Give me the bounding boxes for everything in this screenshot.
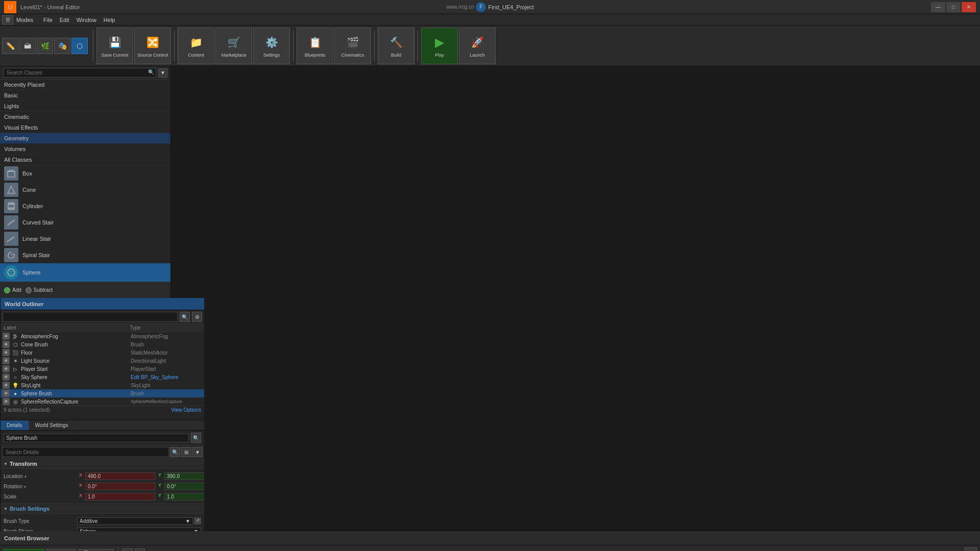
content-button[interactable]: 📁 Content (178, 28, 214, 64)
cinematics-icon: 🎬 (345, 34, 361, 51)
visibility-icon[interactable]: 👁 (3, 373, 10, 381)
marketplace-button[interactable]: 🛒 Marketplace (215, 28, 252, 64)
table-row[interactable]: 👁 🌫 AtmosphericFog AtmosphericFog (1, 332, 204, 340)
file-menu[interactable]: File (40, 17, 56, 23)
rotation-x-input[interactable] (85, 483, 155, 490)
mode-btn-4[interactable]: 🎭 (54, 38, 70, 54)
sidebar-item-recently-placed[interactable]: Recently Placed (0, 80, 170, 90)
geometry-assets-list: Box Cone Cylinder Curved Stair (0, 165, 170, 282)
settings-icon: ⚙️ (263, 34, 280, 51)
visibility-icon[interactable]: 👁 (3, 349, 10, 356)
browse-button[interactable]: 🔍 (191, 433, 201, 443)
tab-world-settings[interactable]: World Settings (29, 420, 75, 430)
svg-marker-1 (8, 170, 15, 171)
play-button[interactable]: ▶ Play (421, 28, 458, 64)
actor-name-input[interactable] (4, 434, 189, 442)
list-item[interactable]: Box (0, 165, 170, 182)
help-menu[interactable]: Help (101, 17, 118, 23)
details-grid-button[interactable]: ⊞ (181, 447, 191, 457)
rotation-y-input[interactable] (164, 483, 204, 490)
table-row[interactable]: 👁 ☀ Light Source DirectionalLight (1, 357, 204, 365)
outliner-search-button[interactable]: 🔍 (180, 312, 190, 322)
search-classes-input[interactable] (3, 68, 156, 78)
visibility-icon[interactable]: 👁 (3, 357, 10, 364)
window-menu[interactable]: Window (74, 17, 100, 23)
search-details-button[interactable]: 🔍 (170, 447, 180, 457)
search-details-input[interactable] (2, 447, 169, 457)
transform-arrow: ▼ (4, 462, 8, 466)
mode-btn-1[interactable]: ✏️ (2, 38, 18, 54)
list-item[interactable]: Cone (0, 182, 170, 198)
outliner-settings-button[interactable]: ⚙ (192, 312, 202, 322)
transform-section-header[interactable]: ▼ Transform (1, 459, 204, 469)
table-row[interactable]: 👁 💡 SkyLight SkyLight (1, 381, 204, 389)
list-item[interactable]: Sphere (0, 263, 170, 282)
outliner-search-input[interactable] (3, 312, 178, 322)
visibility-icon[interactable]: 👁 (3, 382, 10, 389)
details-filter-button[interactable]: ▼ (192, 447, 203, 457)
back-button[interactable]: ◀ (122, 548, 133, 552)
mode-btn-3[interactable]: 🌿 (37, 38, 53, 54)
table-row[interactable]: 👁 ▷ Player Start PlayerStart (1, 365, 204, 373)
edit-menu[interactable]: Edit (57, 17, 72, 23)
cylinder-icon (4, 199, 18, 213)
visibility-icon[interactable]: 👁 (3, 341, 10, 348)
table-row[interactable]: 👁 ◎ SphereReflectionCapture SphereReflec… (1, 397, 204, 406)
import-button[interactable]: ⬆ Import (46, 549, 76, 551)
modes-panel: 🔍 ▼ Recently Placed Basic Lights Cinemat… (0, 66, 171, 298)
maximize-button[interactable]: □ (946, 2, 961, 12)
source-control-icon: 🔀 (144, 34, 161, 51)
filter-button[interactable]: ▼ (158, 68, 167, 78)
visibility-icon[interactable]: 👁 (3, 398, 10, 405)
modes-toggle[interactable]: ☰ (2, 15, 13, 24)
sidebar-item-geometry[interactable]: Geometry (0, 133, 170, 144)
launch-button[interactable]: 🚀 Launch (459, 28, 496, 64)
table-row[interactable]: 👁 ○ Sky Sphere Edit BP_Sky_Sphere (1, 373, 204, 381)
add-new-button[interactable]: + Add New ▼ (3, 549, 44, 551)
brush-type-dropdown[interactable]: Additive ▼ (77, 517, 193, 525)
location-x-input[interactable] (85, 472, 155, 480)
visibility-icon[interactable]: 👁 (3, 333, 10, 340)
sidebar-item-basic[interactable]: Basic (0, 90, 170, 101)
actor-type-icon: ○ (12, 373, 19, 381)
right-panel: World Outliner 🔍 ⚙ Label Type 👁 🌫 Atmosp… (0, 298, 204, 551)
source-control-button[interactable]: 🔀 Source Control (134, 28, 171, 64)
location-y-input[interactable] (164, 472, 204, 480)
scale-y-input[interactable] (164, 493, 204, 500)
save-all-button[interactable]: 💾 Save All (78, 549, 114, 551)
visibility-icon[interactable]: 👁 (3, 365, 10, 372)
scale-row: Scale X Y Z 🔒 (1, 491, 204, 502)
cb-view-toggle[interactable]: ⊞ (965, 547, 977, 552)
list-item[interactable]: Curved Stair (0, 214, 170, 231)
list-item[interactable]: Cylinder (0, 198, 170, 214)
sidebar-item-cinematic[interactable]: Cinematic (0, 112, 170, 122)
blueprints-button[interactable]: 📋 Blueprints (297, 28, 333, 64)
table-row[interactable]: 👁 ⬛ Floor StaticMeshActor (1, 348, 204, 357)
sidebar-item-lights[interactable]: Lights (0, 101, 170, 112)
scale-x-input[interactable] (85, 493, 155, 500)
minimize-button[interactable]: — (931, 2, 945, 12)
settings-button[interactable]: ⚙️ Settings (253, 28, 290, 64)
add-mode-button[interactable]: Add (4, 287, 21, 293)
forward-button[interactable]: ▶ (135, 548, 145, 552)
cinematics-button[interactable]: 🎬 Cinematics (334, 28, 371, 64)
toolbar-separator-1 (93, 31, 93, 61)
subtract-mode-button[interactable]: Subtract (26, 287, 53, 293)
list-item[interactable]: Spiral Stair (0, 247, 170, 263)
save-current-button[interactable]: 💾 Save Current (96, 28, 133, 64)
sidebar-item-all-classes[interactable]: All Classes (0, 155, 170, 165)
content-browser-toolbar: + Add New ▼ ⬆ Import 💾 Save All ◀ ▶ Cont… (0, 545, 980, 551)
brush-type-reset[interactable]: ↺ (194, 517, 201, 524)
table-row[interactable]: 👁 ● Sphere Brush Brush (1, 389, 204, 397)
mode-btn-5[interactable]: ⬡ (71, 38, 88, 54)
sidebar-item-volumes[interactable]: Volumes (0, 144, 170, 155)
mode-btn-2[interactable]: 🏔 (19, 38, 36, 54)
close-button[interactable]: ✕ (962, 2, 976, 12)
brush-settings-section-header[interactable]: ▼ Brush Settings (1, 504, 204, 514)
sidebar-item-visual-effects[interactable]: Visual Effects (0, 122, 170, 133)
build-button[interactable]: 🔨 Build (378, 28, 414, 64)
visibility-icon[interactable]: 👁 (3, 390, 10, 397)
table-row[interactable]: 👁 ⬡ Cone Brush Brush (1, 340, 204, 348)
tab-details[interactable]: Details (1, 420, 29, 430)
list-item[interactable]: Linear Stair (0, 231, 170, 247)
